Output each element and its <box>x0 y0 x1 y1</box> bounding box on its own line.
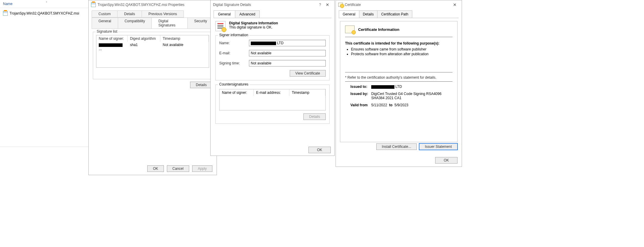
issued-to-label: Issued to: <box>345 85 371 89</box>
file-row[interactable]: TrojanSpy.Win32.QAKBOT.SMYXCFHZ.msi <box>0 8 89 19</box>
ok-button[interactable]: OK <box>308 147 331 153</box>
sort-caret-icon: ˄ <box>46 1 47 4</box>
issued-by-label: Issued by: <box>345 92 371 100</box>
signing-time-label: Signing time: <box>219 61 249 65</box>
countersignature-details-button[interactable]: Details <box>303 113 326 120</box>
countersignatures-table[interactable]: Name of signer: E-mail address: Timestam… <box>219 89 326 110</box>
certificate-info-heading: Certificate Information <box>358 27 399 32</box>
tab-custom[interactable]: Custom <box>92 10 117 18</box>
tab-details[interactable]: Details <box>359 10 378 18</box>
issued-by-value: DigiCert Trusted G4 Code Signing RSA4096… <box>371 92 452 100</box>
tab-advanced[interactable]: Advanced <box>235 10 260 18</box>
details-button[interactable]: Details <box>190 82 212 88</box>
certificate-dialog: Certificate ✕ General Details Certificat… <box>336 0 462 167</box>
tab-general[interactable]: General <box>339 10 359 18</box>
msi-file-icon <box>91 2 96 7</box>
properties-titlebar[interactable]: TrojanSpy.Win32.QAKBOT.SMYXCFHZ.msi Prop… <box>89 0 217 9</box>
tab-compatibility[interactable]: Compatibility <box>118 18 152 28</box>
issued-to-value: LTD <box>371 85 452 89</box>
certificate-info-frame: Certificate Information This certificate… <box>340 21 457 142</box>
tab-general[interactable]: General <box>92 18 118 28</box>
close-icon[interactable]: ✕ <box>323 2 332 7</box>
signature-list[interactable]: Name of signer: Digest algorithm Timesta… <box>96 35 209 68</box>
ok-button[interactable]: OK <box>435 157 457 164</box>
cancel-button[interactable]: Cancel <box>167 165 189 172</box>
properties-dialog: TrojanSpy.Win32.QAKBOT.SMYXCFHZ.msi Prop… <box>88 0 217 175</box>
tab-certification-path[interactable]: Certification Path <box>377 10 412 18</box>
signature-list-label: Signature list <box>95 29 118 34</box>
certificate-purposes: This certificate is intended for the fol… <box>345 41 452 56</box>
dsig-info-message: This digital signature is OK. <box>229 25 278 29</box>
valid-from-label: Valid from <box>345 103 371 107</box>
tab-previous-versions[interactable]: Previous Versions <box>142 10 184 18</box>
countersignatures-label: Countersignatures <box>218 82 250 86</box>
ok-button[interactable]: OK <box>147 165 164 172</box>
redacted-signer <box>99 43 123 47</box>
certificate-note: * Refer to the certification authority's… <box>345 75 452 80</box>
signer-group-label: Signer information <box>218 33 249 37</box>
view-certificate-button[interactable]: View Certificate <box>290 70 326 77</box>
signing-time-field: Not available <box>249 60 326 66</box>
signer-information-group: Signer information Name: LTD E-mail: Not… <box>215 35 330 80</box>
signature-list-header: Name of signer: Digest algorithm Timesta… <box>96 35 209 42</box>
tab-digital-signatures[interactable]: Digital Signatures <box>151 18 187 28</box>
certificate-icon <box>345 26 355 33</box>
tab-general[interactable]: General <box>214 10 235 18</box>
signature-list-group: Signature list Name of signer: Digest al… <box>93 32 212 79</box>
issuer-statement-button[interactable]: Issuer Statement <box>419 143 457 150</box>
dsig-title: Digital Signature Details <box>213 3 251 7</box>
signer-email-field: Not available <box>249 50 326 56</box>
tab-details[interactable]: Details <box>117 10 142 18</box>
certificate-icon <box>338 3 343 7</box>
cert-title: Certificate <box>345 3 361 7</box>
install-certificate-button[interactable]: Install Certificate... <box>376 143 417 150</box>
apply-button[interactable]: Apply <box>192 165 212 172</box>
dsig-titlebar[interactable]: Digital Signature Details ? ✕ <box>211 0 334 9</box>
signer-name-field: LTD <box>249 40 326 46</box>
column-header-name[interactable]: Name ˄ <box>0 0 89 8</box>
file-list-pane: Name ˄ TrojanSpy.Win32.QAKBOT.SMYXCFHZ.m… <box>0 0 89 147</box>
msi-file-icon <box>3 11 8 16</box>
help-button[interactable]: ? <box>317 3 323 7</box>
tab-security[interactable]: Security <box>187 18 214 28</box>
dsig-info-title: Digital Signature Information <box>229 21 278 25</box>
countersignatures-group: Countersignatures Name of signer: E-mail… <box>215 85 330 124</box>
name-label: Name: <box>219 41 249 45</box>
properties-title: TrojanSpy.Win32.QAKBOT.SMYXCFHZ.msi Prop… <box>98 3 184 7</box>
file-name: TrojanSpy.Win32.QAKBOT.SMYXCFHZ.msi <box>10 11 79 15</box>
digital-signature-details-dialog: Digital Signature Details ? ✕ General Ad… <box>210 0 335 156</box>
email-label: E-mail: <box>219 51 249 55</box>
cert-titlebar[interactable]: Certificate ✕ <box>336 0 462 9</box>
signature-cert-icon <box>215 21 225 31</box>
valid-range: 5/11/2022 to 5/9/2023 <box>371 103 452 107</box>
signature-row[interactable]: ... sha1 Not available <box>96 42 209 52</box>
close-icon[interactable]: ✕ <box>450 2 459 7</box>
